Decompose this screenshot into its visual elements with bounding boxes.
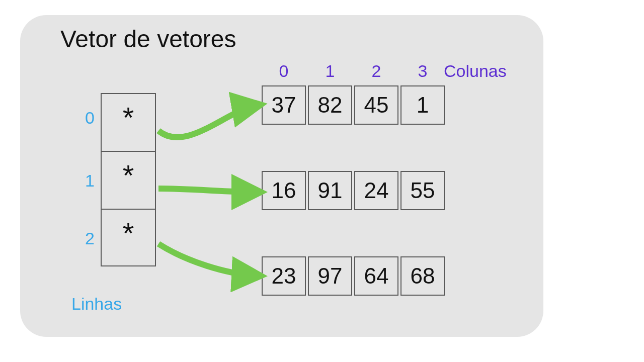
column-index-2: 2: [354, 61, 398, 81]
data-cell: 91: [308, 171, 352, 210]
arrow-icon: [158, 244, 256, 276]
data-cell: 23: [262, 256, 306, 296]
data-row-0: 37 82 45 1: [262, 85, 445, 125]
data-cell: 24: [354, 171, 398, 210]
pointer-cell-0: *: [101, 93, 156, 151]
column-index-1: 1: [308, 61, 352, 81]
pointer-cell-2: *: [101, 209, 156, 266]
pointer-cell-1: *: [101, 151, 156, 209]
column-index-3: 3: [400, 61, 445, 81]
data-cell: 55: [400, 171, 445, 210]
data-cell: 82: [308, 85, 352, 125]
data-cell: 64: [354, 256, 398, 296]
diagram-panel: Vetor de vetores 0 1 2 3 Colunas 0 1 2 L…: [20, 15, 543, 337]
rows-label: Linhas: [71, 294, 122, 314]
arrow-icon: [158, 106, 256, 137]
data-cell: 97: [308, 256, 352, 296]
arrow-icon: [158, 189, 256, 192]
data-cell: 45: [354, 85, 398, 125]
row-index-2: 2: [74, 229, 95, 248]
row-index-0: 0: [74, 108, 95, 128]
diagram-title: Vetor de vetores: [60, 25, 236, 53]
data-row-2: 23 97 64 68: [262, 256, 445, 296]
columns-label: Colunas: [444, 61, 507, 81]
pointer-vector: * * *: [101, 93, 156, 266]
column-index-0: 0: [262, 61, 306, 81]
row-index-1: 1: [74, 171, 95, 191]
data-cell: 68: [400, 256, 445, 296]
data-cell: 37: [262, 85, 306, 125]
data-row-1: 16 91 24 55: [262, 171, 445, 210]
data-cell: 1: [400, 85, 445, 125]
data-cell: 16: [262, 171, 306, 210]
